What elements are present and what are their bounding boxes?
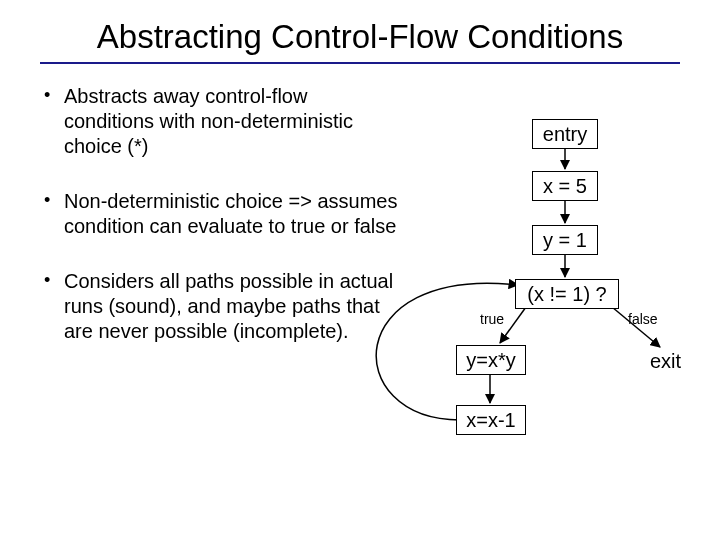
node-exit: exit — [650, 349, 681, 373]
label-false: false — [628, 311, 658, 327]
node-y-assign: y = 1 — [532, 225, 598, 255]
node-condition: (x != 1) ? — [515, 279, 619, 309]
flowchart: entry x = 5 y = 1 (x != 1) ? true false … — [400, 115, 710, 515]
bullet-item: Non-deterministic choice => assumes cond… — [40, 189, 400, 239]
bullet-item: Abstracts away control-flow conditions w… — [40, 84, 400, 159]
node-x-dec: x=x-1 — [456, 405, 526, 435]
node-y-mul: y=x*y — [456, 345, 526, 375]
slide-title: Abstracting Control-Flow Conditions — [40, 18, 680, 56]
node-entry: entry — [532, 119, 598, 149]
bullet-item: Considers all paths possible in actual r… — [40, 269, 400, 344]
title-underline — [40, 62, 680, 64]
bullet-list: Abstracts away control-flow conditions w… — [40, 84, 400, 344]
node-x-assign: x = 5 — [532, 171, 598, 201]
label-true: true — [480, 311, 504, 327]
